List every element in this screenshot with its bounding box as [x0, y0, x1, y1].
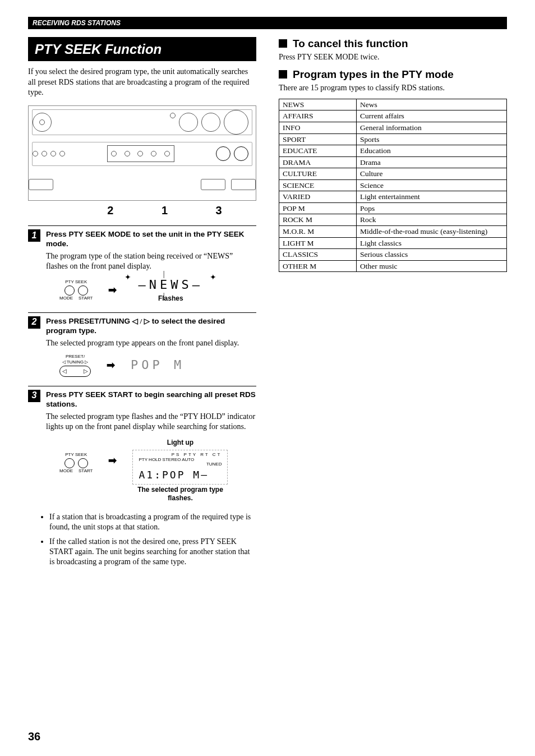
cancel-desc: Press PTY SEEK MODE twice. [279, 52, 507, 62]
pty-desc-cell: Sports [357, 133, 507, 145]
pty-desc-cell: News [357, 99, 507, 110]
step-number-badge: 3 [28, 390, 40, 402]
step-number-badge: 2 [28, 316, 40, 329]
pty-seek-buttons-icon: PTY SEEK MODE START [59, 279, 93, 301]
table-row: ROCK MRock [279, 214, 507, 226]
volume-knob-icon [224, 110, 248, 135]
button-label: PTY SEEK [65, 279, 87, 285]
table-row: M.O.R. MMiddle-of-the-road music (easy-l… [279, 225, 507, 237]
right-column: To cancel this function Press PTY SEEK M… [279, 37, 507, 571]
arrow-right-icon: ➡ [108, 284, 117, 297]
indicator-text: TUNED [139, 462, 222, 467]
knob-icon [234, 146, 248, 161]
preset-tuning-icon: PRESET/ ◁TUNING▷ [59, 354, 91, 377]
table-row: OTHER MOther music [279, 260, 507, 272]
button-icon [231, 179, 256, 190]
display-illustration: Light up PS PTY RT CT PTY HOLD STEREO AU… [132, 437, 228, 503]
pty-code-cell: ROCK M [279, 214, 357, 226]
pty-desc-cell: Middle-of-the-road music (easy-listening… [357, 225, 507, 237]
display-illustration: ✦ ✦ —NEWS— | | Flashes [132, 277, 208, 303]
list-item: If a station that is broadcasting a prog… [49, 512, 256, 532]
pty-code-cell: POP M [279, 202, 357, 214]
button-icon [50, 151, 56, 156]
pty-seek-buttons-icon: PTY SEEK MODE START [59, 452, 93, 474]
flash-caption: Flashes [132, 294, 208, 303]
knob-icon [170, 113, 176, 118]
step-3-desc: The selected program type flashes and th… [46, 412, 256, 432]
button-label: START [79, 468, 93, 474]
pty-desc-cell: Current affairs [357, 110, 507, 122]
pty-code-cell: LIGHT M [279, 237, 357, 249]
pty-code-cell: INFO [279, 122, 357, 134]
device-illustration [28, 105, 256, 201]
button-label: PRESET/ [66, 354, 85, 359]
table-row: POP MPops [279, 202, 507, 214]
pty-desc-cell: Light entertainment [357, 191, 507, 203]
pty-code-cell: NEWS [279, 99, 357, 110]
header-bar: RECEIVING RDS STATIONS [28, 17, 507, 29]
square-bullet-icon [279, 70, 287, 79]
table-row: SPORTSports [279, 133, 507, 145]
step-1-title: Press PTY SEEK MODE to set the unit in t… [46, 229, 256, 249]
pty-code-cell: SCIENCE [279, 179, 357, 191]
button-label: START [79, 296, 93, 301]
step-3-title: Press PTY SEEK START to begin searching … [46, 390, 256, 409]
table-row: VARIEDLight entertainment [279, 191, 507, 203]
list-item: If the called station is not the desired… [49, 537, 256, 568]
pty-code-cell: SPORT [279, 133, 357, 145]
pty-code-cell: OTHER M [279, 260, 357, 272]
button-icon [59, 151, 65, 156]
button-icon [201, 179, 225, 190]
pty-desc-cell: Pops [357, 202, 507, 214]
button-label: TUNING [67, 359, 84, 365]
pty-desc-cell: Rock [357, 214, 507, 226]
step-2-desc: The selected program type appears on the… [46, 338, 256, 348]
notes-list: If a station that is broadcasting a prog… [40, 512, 256, 568]
pty-code-cell: AFFAIRS [279, 110, 357, 122]
pty-desc-cell: Culture [357, 168, 507, 180]
pty-types-table: NEWSNewsAFFAIRSCurrent affairsINFOGenera… [279, 99, 507, 272]
button-icon [41, 151, 47, 156]
page-title: PTY SEEK Function [28, 37, 256, 61]
pty-desc-cell: Light classics [357, 237, 507, 249]
step-2: 2 Press PRESET/TUNING ◁ / ▷ to select th… [28, 312, 256, 380]
step-2-title: Press PRESET/TUNING ◁ / ▷ to select the … [46, 316, 256, 336]
table-row: DRAMADrama [279, 156, 507, 168]
step-3: 3 Press PTY SEEK START to begin searchin… [28, 386, 256, 506]
flash-caption: The selected program type flashes. [132, 486, 228, 503]
step-number-badge: 1 [28, 229, 40, 242]
header-section-label: RECEIVING RDS STATIONS [33, 19, 121, 27]
lcd-text: A1:POP M [139, 469, 201, 481]
table-row: CULTURECulture [279, 168, 507, 180]
button-icon [29, 179, 53, 190]
cancel-heading: To cancel this function [279, 37, 507, 51]
pty-code-cell: VARIED [279, 191, 357, 203]
intro-paragraph: If you select the desired program type, … [28, 67, 256, 98]
knob-icon [216, 146, 230, 161]
callout-numbers: 2 1 3 [28, 203, 256, 218]
lcd-text: POP M [131, 357, 185, 374]
table-row: INFOGeneral information [279, 122, 507, 134]
knob-icon [179, 113, 198, 132]
pty-desc-cell: General information [357, 122, 507, 134]
table-row: SCIENCEScience [279, 179, 507, 191]
step-1-desc: The program type of the station being re… [46, 251, 256, 271]
table-row: CLASSICSSerious classics [279, 249, 507, 261]
pty-types-heading: Program types in the PTY mode [279, 68, 507, 82]
pty-desc-cell: Science [357, 179, 507, 191]
table-row: EDUCATEEducation [279, 145, 507, 157]
left-column: PTY SEEK Function If you select the desi… [28, 37, 256, 571]
pty-desc-cell: Serious classics [357, 249, 507, 261]
table-row: AFFAIRSCurrent affairs [279, 110, 507, 122]
pty-desc-cell: Other music [357, 260, 507, 272]
pty-types-desc: There are 15 program types to classify R… [279, 83, 507, 93]
step-1: 1 Press PTY SEEK MODE to set the unit in… [28, 225, 256, 307]
arrow-right-icon: ➡ [107, 359, 115, 372]
square-bullet-icon [279, 39, 287, 48]
lightup-caption: Light up [132, 439, 228, 448]
table-row: NEWSNews [279, 99, 507, 110]
pty-code-cell: CLASSICS [279, 249, 357, 261]
pty-code-cell: EDUCATE [279, 145, 357, 157]
pty-desc-cell: Education [357, 145, 507, 157]
arrow-right-icon: ➡ [108, 454, 117, 467]
